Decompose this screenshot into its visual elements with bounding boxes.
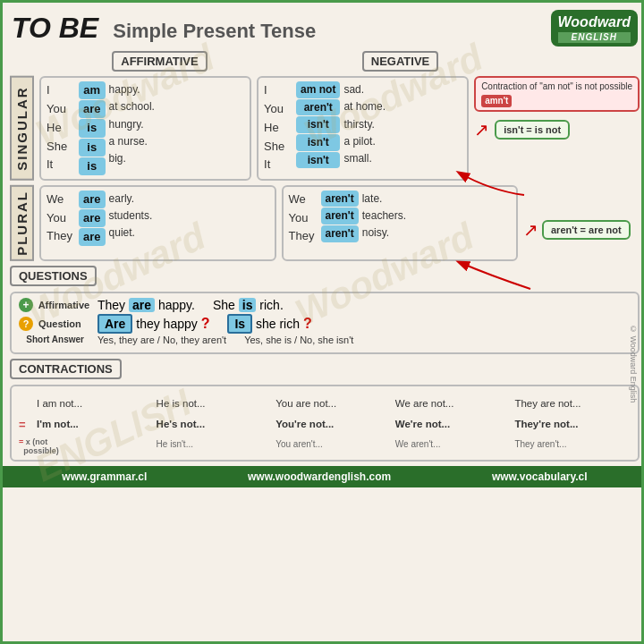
cont-theyre-not: They're not... <box>514 415 631 434</box>
neg-verb-isnt-3: isn't <box>296 152 340 169</box>
neg-verb-isnt-2: isn't <box>296 134 340 151</box>
arent-equals: aren't = are not <box>542 220 631 240</box>
page-subtitle: Simple Present Tense <box>113 20 316 43</box>
contractions-header: CONTRACTIONS <box>10 359 122 379</box>
plural-verb-are-2: are <box>79 209 106 227</box>
q-q-ex1: Are they happy ? <box>97 316 209 332</box>
contractions-grid: I am not... He is not... You are not... … <box>19 394 631 456</box>
footer-link-2[interactable]: www.woodwardenglish.com <box>248 470 391 483</box>
page-title: TO BE <box>12 12 98 45</box>
are-highlight-1: are <box>129 298 155 312</box>
eq-symbol-2: = x (not possible) <box>19 436 33 455</box>
cont-heisnot: He isn't... <box>157 436 273 455</box>
singular-aff-verbs: am are is is is <box>79 81 106 175</box>
q-aff-ex1: They are happy. <box>97 298 195 312</box>
singular-negative: IYouHeSheIt am not aren't isn't isn't is… <box>257 76 469 181</box>
cont-youare-not: You are not... <box>275 394 392 413</box>
plus-icon: + <box>19 298 33 312</box>
verb-are: are <box>79 100 106 118</box>
questions-header: QUESTIONS <box>10 266 97 286</box>
cont-hes-not: He's not... <box>157 415 273 434</box>
plural-neg-arent-2: aren't <box>321 208 359 225</box>
questions-section: + Affirmative They are happy. She is ric… <box>10 292 640 354</box>
singular-callouts: Contraction of "am not" is not possible … <box>474 76 640 181</box>
cont-were-not: We're not... <box>395 415 512 434</box>
plural-callouts: ↗ aren't = are not <box>523 185 640 261</box>
singular-label: SINGULAR <box>10 76 34 181</box>
cont-theyare-not: They are not... <box>514 394 631 413</box>
plural-aff-sentences: early.students.quiet. <box>109 191 153 246</box>
are-highlight-q: Are <box>97 314 132 334</box>
cont-iam-not: I am not... <box>37 394 153 413</box>
plural-neg-verbs: aren't aren't aren't <box>321 191 359 246</box>
q-short-answer-row: Short Answer Yes, they are / No, they ar… <box>19 335 631 345</box>
q-question-examples: Are they happy ? Is she rich ? <box>97 316 631 332</box>
q-affirmative-examples: They are happy. She is rich. <box>97 298 631 312</box>
plural-aff-rows: WeYouThey are are are early.students.qui… <box>47 191 269 246</box>
plural-aff-verbs: are are are <box>79 191 106 246</box>
plural-verb-are-1: are <box>79 191 106 208</box>
singular-aff-rows: IYouHeSheIt am are is is is happy.at sch… <box>47 81 244 175</box>
plural-neg-sentences: late.teachers.noisy. <box>362 191 406 246</box>
q-aff-ex2: She is rich. <box>213 298 284 312</box>
contractions-section: I am not... He is not... You are not... … <box>10 385 640 462</box>
plural-negative: WeYouThey aren't aren't aren't late.teac… <box>282 185 519 261</box>
q-icon: ? <box>19 317 33 331</box>
singular-neg-sentences: sad.at home.thirsty.a pilot.small. <box>343 81 386 174</box>
cont-empty <box>37 436 153 455</box>
footer-link-3[interactable]: www.vocabulary.cl <box>492 470 588 483</box>
neg-verb-isnt-1: isn't <box>296 116 340 133</box>
singular-aff-pronouns: IYouHeSheIt <box>47 81 75 175</box>
cont-theyarenot: They aren't... <box>514 436 631 455</box>
q-short-answer-examples: Yes, they are / No, they aren't Yes, she… <box>97 335 631 345</box>
main-content: AFFIRMATIVE NEGATIVE SINGULAR IYouHeSheI… <box>3 51 644 462</box>
q-sa-ex2: Yes, she is / No, she isn't <box>244 335 353 345</box>
cont-heis-not: He is not... <box>157 394 273 413</box>
singular-neg-pronouns: IYouHeSheIt <box>264 81 292 174</box>
isnt-equals: isn't = is not <box>495 120 570 140</box>
verb-am: am <box>79 81 106 99</box>
amn-callout: Contraction of "am not" is not possible … <box>474 76 640 112</box>
singular-content: IYouHeSheIt am are is is is happy.at sch… <box>39 76 469 181</box>
affirmative-header: AFFIRMATIVE <box>112 51 207 72</box>
is-highlight-1: is <box>239 298 257 312</box>
plural-neg-arent-3: aren't <box>321 225 359 242</box>
q-affirmative-row: + Affirmative They are happy. She is ric… <box>19 298 631 312</box>
q-short-answer-label: Short Answer <box>19 335 90 344</box>
plural-neg-pronouns: WeYouThey <box>289 191 318 246</box>
q-question-label: ? Question <box>19 317 90 331</box>
singular-neg-rows: IYouHeSheIt am not aren't isn't isn't is… <box>264 81 462 174</box>
singular-section: SINGULAR IYouHeSheIt am are is is is <box>10 76 640 181</box>
neg-verb-amnot: am not <box>296 81 340 98</box>
footer: www.grammar.cl www.woodwardenglish.com w… <box>3 466 644 487</box>
eq-symbol-1: = <box>19 415 33 434</box>
plural-verb-are-3: are <box>79 228 106 246</box>
eq-empty-1 <box>19 394 33 413</box>
verb-is-3: is <box>79 157 106 175</box>
footer-link-1[interactable]: www.grammar.cl <box>62 470 147 483</box>
plural-neg-arent-1: aren't <box>321 191 359 208</box>
q-affirmative-label: + Affirmative <box>19 298 90 312</box>
plural-aff-pronouns: WeYouThey <box>47 191 75 246</box>
singular-neg-verbs: am not aren't isn't isn't isn't <box>296 81 340 174</box>
singular-aff-sentences: happy.at school.hungry.a nurse.big. <box>109 81 155 175</box>
plural-section: PLURAL WeYouThey are are are <box>10 185 640 261</box>
plural-label: PLURAL <box>10 185 34 261</box>
amnt-badge: amn't <box>481 95 512 107</box>
plural-affirmative: WeYouThey are are are early.students.qui… <box>39 185 276 261</box>
logo: Woodward ENGLISH <box>551 10 638 47</box>
cont-weare-not: We are not... <box>395 394 512 413</box>
header: TO BE Simple Present Tense Woodward ENGL… <box>3 3 644 51</box>
negative-header: NEGATIVE <box>362 51 439 72</box>
cont-wearenot: We aren't... <box>395 436 512 455</box>
q-question-row: ? Question Are they happy ? Is she rich … <box>19 316 631 332</box>
plural-neg-rows: WeYouThey aren't aren't aren't late.teac… <box>289 191 512 246</box>
singular-affirmative: IYouHeSheIt am are is is is happy.at sch… <box>39 76 251 181</box>
plural-content: WeYouThey are are are early.students.qui… <box>39 185 518 261</box>
copyright: © Woodward English <box>629 325 638 402</box>
cont-youarenot: You aren't... <box>275 436 392 455</box>
verb-is-1: is <box>79 119 106 137</box>
is-highlight-q: Is <box>227 314 252 334</box>
cont-youre-not: You're not... <box>275 415 392 434</box>
q-sa-ex1: Yes, they are / No, they aren't <box>97 335 226 345</box>
